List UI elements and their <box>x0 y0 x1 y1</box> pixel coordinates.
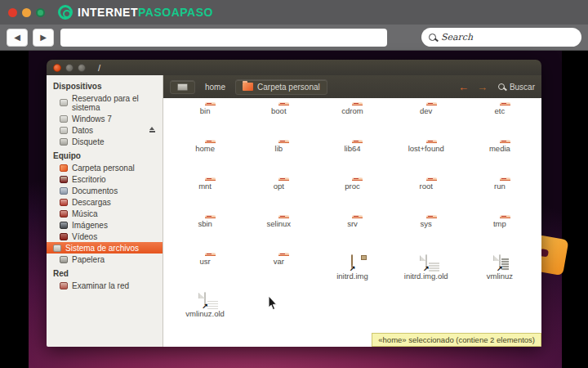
sidebar-item-escritorio[interactable]: Escritorio <box>47 173 163 185</box>
file-item-mnt[interactable]: mnt <box>168 177 242 215</box>
file-item-lost-found[interactable]: lost+found <box>390 140 463 177</box>
file-item-label: vmlinuz <box>487 272 513 280</box>
desktop-i-icon <box>60 176 68 183</box>
breadcrumb-carpeta-personal[interactable]: Carpeta personal <box>235 79 327 95</box>
sidebar-item-documentos[interactable]: Documentos <box>47 185 163 196</box>
sidebar-item-m-sica[interactable]: Música <box>47 208 163 219</box>
file-item-boot[interactable]: boot <box>242 102 315 140</box>
file-item-label: cdrom <box>341 106 363 115</box>
folder-icon <box>243 83 253 91</box>
file-item-run[interactable]: run <box>463 177 537 215</box>
file-item-label: initrd.img.old <box>404 272 448 280</box>
file-item-cdrom[interactable]: cdrom <box>315 102 389 140</box>
sidebar-item-im-genes[interactable]: Imágenes <box>47 219 163 231</box>
sidebar-item-carpeta-personal[interactable]: Carpeta personal <box>47 162 163 173</box>
history-forward-button[interactable]: → <box>474 82 490 92</box>
file-view: bin boot cdrom dev etc home lib <box>163 98 541 347</box>
video-viewport: / Dispositivos Reservado para el sistema… <box>0 51 588 368</box>
file-item-label: vmlinuz.old <box>185 309 225 318</box>
file-item-etc[interactable]: etc <box>463 102 537 140</box>
minimize-button[interactable] <box>65 64 74 72</box>
symlink-emblem-icon: ↗ <box>350 265 356 272</box>
sidebar-section-header: Equipo <box>47 147 163 162</box>
close-button[interactable] <box>53 64 61 72</box>
address-bar-input[interactable] <box>60 29 387 47</box>
browser-search-box[interactable]: Search <box>421 28 581 47</box>
pathbar-toolbar: home Carpeta personal ← → Buscar <box>163 75 541 98</box>
window-minimize-dot[interactable] <box>22 8 31 17</box>
file-icon-wrap: ↗ <box>204 293 206 307</box>
sidebar-item-examinar-la-red[interactable]: Examinar la red <box>47 280 163 291</box>
history-back-button[interactable]: ← <box>456 82 471 92</box>
logo-word-pasoapaso: PASOAPASO <box>138 6 213 19</box>
window-title: / <box>98 63 100 73</box>
sidebar-item-reservado-para-el-sistema[interactable]: Reservado para el sistema <box>47 92 163 113</box>
file-item-opt[interactable]: opt <box>242 177 315 215</box>
file-item-label: sys <box>421 219 432 228</box>
places-sidebar: Dispositivos Reservado para el sistema W… <box>47 75 163 347</box>
sidebar-item-label: Examinar la red <box>72 281 129 290</box>
file-item-proc[interactable]: proc <box>315 177 389 215</box>
file-item-tmp[interactable]: tmp <box>463 215 537 253</box>
file-icon-wrap: ↗ <box>499 255 501 270</box>
screenshot-frame: INTERNET PASOAPASO ◀ ▶ Search / <box>0 0 588 368</box>
file-item-label: dev <box>420 106 432 115</box>
file-icon-wrap: ↗ <box>351 255 353 270</box>
search-files-icon[interactable] <box>498 83 505 90</box>
places-root-button[interactable] <box>170 80 195 94</box>
sidebar-item-label: Windows 7 <box>72 114 112 123</box>
sidebar-item-papelera[interactable]: Papelera <box>47 254 163 265</box>
sidebar-item-label: Vídeos <box>72 232 97 241</box>
file-item-bin[interactable]: bin <box>168 102 242 140</box>
browser-back-button[interactable]: ◀ <box>7 29 28 47</box>
drive-icon <box>60 127 68 134</box>
file-item-usr[interactable]: usr <box>168 253 242 290</box>
file-item-selinux[interactable]: selinux <box>242 215 315 253</box>
file-item-dev[interactable]: dev <box>390 102 463 140</box>
file-item-media[interactable]: media <box>463 140 537 177</box>
window-zoom-dot[interactable] <box>36 8 45 17</box>
file-item-sbin[interactable]: sbin <box>168 215 242 253</box>
file-item-sys[interactable]: sys <box>390 215 463 253</box>
file-item-label: boot <box>271 106 287 115</box>
pictures-icon <box>60 222 68 229</box>
symlink-emblem-icon: ↗ <box>203 303 209 310</box>
file-item-label: usr <box>199 257 210 266</box>
file-item-label: sbin <box>198 219 212 228</box>
sidebar-item-disquete[interactable]: Disquete <box>47 136 163 147</box>
sidebar-item-windows-7[interactable]: Windows 7 <box>47 113 163 124</box>
file-item-home[interactable]: home <box>168 140 242 177</box>
file-item-initrd-img-old[interactable]: ↗ initrd.img.old <box>390 253 463 290</box>
file-item-vmlinuz-old[interactable]: ↗ vmlinuz.old <box>168 290 242 328</box>
breadcrumb-home[interactable]: home <box>198 80 232 94</box>
sidebar-item-datos[interactable]: Datos <box>47 124 163 136</box>
maximize-button[interactable] <box>78 64 86 72</box>
window-close-dot[interactable] <box>8 8 17 17</box>
music-icon <box>60 210 68 218</box>
floppy-icon <box>60 138 68 146</box>
sidebar-item-sistema-de-archivos[interactable]: Sistema de archivos <box>47 242 163 254</box>
file-item-label: root <box>420 182 433 191</box>
file-item-root[interactable]: root <box>390 177 463 215</box>
file-item-label: home <box>195 144 215 153</box>
window-titlebar[interactable]: / <box>47 60 541 75</box>
sidebar-item-label: Imágenes <box>72 221 108 230</box>
search-files-label[interactable]: Buscar <box>510 83 535 92</box>
sidebar-item-label: Sistema de archivos <box>65 244 139 253</box>
sidebar-item-v-deos[interactable]: Vídeos <box>47 231 163 242</box>
browser-forward-button[interactable]: ▶ <box>33 29 54 47</box>
eject-icon[interactable] <box>149 127 156 133</box>
drive-icon <box>60 99 68 106</box>
logo-word-internet: INTERNET <box>78 6 138 19</box>
file-item-srv[interactable]: srv <box>315 215 389 253</box>
file-item-vmlinuz[interactable]: ↗ vmlinuz <box>463 253 537 290</box>
sidebar-item-descargas[interactable]: Descargas <box>47 196 163 208</box>
file-item-var[interactable]: var <box>242 253 315 290</box>
file-item-lib[interactable]: lib <box>242 140 315 177</box>
file-item-label: media <box>489 144 510 153</box>
file-item-lib64[interactable]: lib64 <box>315 140 389 177</box>
file-item-initrd-img[interactable]: ↗ initrd.img <box>315 253 389 290</box>
file-icon-wrap: ↗ <box>425 255 427 270</box>
file-item-label: lib64 <box>344 144 360 153</box>
file-item-label: initrd.img <box>336 272 368 280</box>
